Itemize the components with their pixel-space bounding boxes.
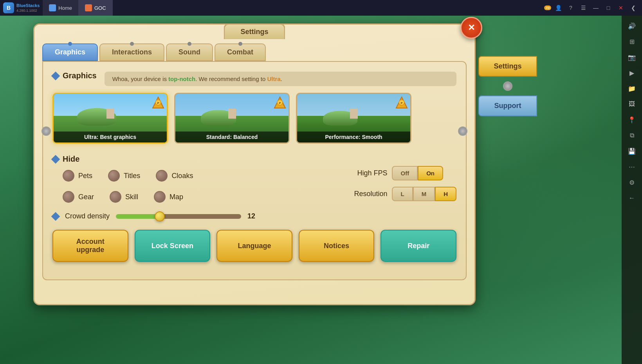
language-button[interactable]: Language bbox=[216, 230, 292, 262]
graphics-header-row: Graphics Whoa, your device is top-notch.… bbox=[52, 71, 456, 86]
gear-label: Gear bbox=[78, 193, 94, 201]
sidebar-back-icon[interactable]: ← bbox=[625, 191, 639, 205]
close-window-button[interactable]: ✕ bbox=[615, 2, 626, 13]
standard-card-label: Standard: Balanced bbox=[175, 132, 289, 142]
svg-text:P: P bbox=[279, 102, 281, 105]
hide-item-titles[interactable]: Titles bbox=[108, 170, 140, 182]
tab-combat[interactable]: Combat bbox=[215, 43, 266, 61]
hide-item-map[interactable]: Map bbox=[154, 191, 183, 203]
sidebar-save-icon[interactable]: 💾 bbox=[625, 144, 639, 158]
repair-button[interactable]: Repair bbox=[381, 230, 456, 262]
fps-control-row: High FPS Off On bbox=[352, 166, 456, 180]
performance-preview-badge: P bbox=[395, 96, 408, 110]
slider-thumb[interactable] bbox=[155, 211, 165, 222]
preview-badge-svg-performance: P bbox=[395, 96, 408, 109]
crowd-density-slider[interactable] bbox=[116, 213, 241, 220]
fps-label: High FPS bbox=[352, 169, 387, 177]
app-info: BlueStacks 4.280.1.1002 bbox=[16, 3, 40, 12]
sidebar-grid-icon[interactable]: ⊞ bbox=[625, 34, 639, 49]
notification-badge[interactable]: 49 bbox=[544, 5, 551, 10]
resolution-H-button[interactable]: H bbox=[435, 187, 456, 201]
hide-section-title: Hide bbox=[63, 155, 79, 164]
device-msg-mid: . We recommend setting to bbox=[195, 76, 267, 82]
pets-radio[interactable] bbox=[63, 170, 74, 182]
performance-card-label: Performance: Smooth bbox=[297, 132, 410, 142]
sidebar-folder-icon[interactable]: 📁 bbox=[625, 81, 639, 96]
hide-item-pets[interactable]: Pets bbox=[63, 170, 92, 182]
map-radio[interactable] bbox=[154, 191, 166, 203]
graphics-section-title: Graphics bbox=[63, 71, 97, 80]
account-button[interactable]: 👤 bbox=[553, 2, 564, 13]
cloaks-label: Cloaks bbox=[171, 172, 193, 180]
hide-item-gear[interactable]: Gear bbox=[63, 191, 94, 203]
tab-home[interactable]: Home bbox=[43, 0, 79, 16]
settings-panel: Settings Settings Support Graphics Inter… bbox=[33, 23, 476, 305]
graphics-section-header: Graphics bbox=[52, 71, 97, 80]
settings-title: Settings bbox=[224, 23, 285, 39]
tab-graphics[interactable]: Graphics bbox=[42, 43, 98, 61]
card-castle-performance bbox=[350, 109, 358, 119]
hide-item-skill[interactable]: Skill bbox=[110, 191, 138, 203]
tab-sound[interactable]: Sound bbox=[166, 43, 213, 61]
sidebar-settings-icon[interactable]: ⚙ bbox=[625, 175, 639, 189]
graphics-card-ultra[interactable]: P Ultra: Best graphics bbox=[52, 93, 168, 144]
device-quality: top-notch bbox=[168, 76, 195, 82]
account-upgrade-button[interactable]: Account upgrade bbox=[52, 230, 128, 262]
sidebar-image-icon[interactable]: 🖼 bbox=[625, 97, 639, 111]
right-sidebar: 🔊 ⊞ 📷 ▶ 📁 🖼 📍 ⧉ 💾 ⋯ ⚙ ← bbox=[622, 16, 642, 364]
device-msg-prefix: Whoa, your device is bbox=[112, 76, 168, 82]
titlebar: B BlueStacks 4.280.1.1002 Home GOC 49 👤 … bbox=[0, 0, 642, 16]
resolution-L-button[interactable]: L bbox=[392, 187, 413, 201]
sidebar-more-icon[interactable]: ⋯ bbox=[625, 160, 639, 174]
tab-dot-combat bbox=[238, 42, 242, 46]
lock-screen-button[interactable]: Lock Screen bbox=[135, 230, 211, 262]
tab-dot-interactions bbox=[130, 42, 134, 46]
device-recommend: Ultra bbox=[267, 76, 280, 82]
svg-text:P: P bbox=[401, 102, 403, 105]
preview-badge-svg-ultra: P bbox=[152, 96, 164, 109]
goc-tab-label: GOC bbox=[94, 5, 106, 11]
right-panel-buttons: Settings Support bbox=[478, 56, 537, 116]
back-button[interactable]: ❮ bbox=[628, 2, 639, 13]
app-name: BlueStacks bbox=[16, 3, 40, 8]
tab-goc[interactable]: GOC bbox=[79, 0, 113, 16]
menu-button[interactable]: ☰ bbox=[578, 2, 589, 13]
graphics-diamond-icon bbox=[51, 71, 60, 80]
minimize-button[interactable]: — bbox=[590, 2, 601, 13]
home-tab-label: Home bbox=[58, 5, 72, 11]
skill-label: Skill bbox=[125, 193, 138, 201]
maximize-button[interactable]: □ bbox=[603, 2, 614, 13]
gear-radio[interactable] bbox=[63, 191, 74, 203]
tab-interactions[interactable]: Interactions bbox=[99, 43, 164, 61]
graphics-card-performance[interactable]: P Performance: Smooth bbox=[296, 93, 411, 144]
sidebar-camera-icon[interactable]: 📷 bbox=[625, 50, 639, 64]
device-message: Whoa, your device is top-notch. We recom… bbox=[105, 72, 456, 86]
resolution-label: Resolution bbox=[352, 190, 387, 198]
ultra-preview-badge: P bbox=[152, 96, 164, 110]
slider-track bbox=[116, 214, 241, 219]
notices-button[interactable]: Notices bbox=[299, 230, 375, 262]
sidebar-play-icon[interactable]: ▶ bbox=[625, 66, 639, 80]
cloaks-radio[interactable] bbox=[156, 170, 168, 182]
fps-off-button[interactable]: Off bbox=[392, 166, 418, 180]
sidebar-volume-icon[interactable]: 🔊 bbox=[625, 19, 639, 33]
fps-on-button[interactable]: On bbox=[418, 166, 443, 180]
titles-radio[interactable] bbox=[108, 170, 120, 182]
panel-support-button[interactable]: Support bbox=[478, 96, 537, 116]
window-controls: 49 👤 ? ☰ — □ ✕ ❮ bbox=[544, 2, 642, 13]
resolution-control-row: Resolution L M H bbox=[352, 187, 456, 201]
settings-overlay: Settings Settings Support Graphics Inter… bbox=[25, 16, 622, 364]
app-version: 4.280.1.1002 bbox=[16, 9, 40, 13]
sidebar-copy-icon[interactable]: ⧉ bbox=[625, 128, 639, 142]
crowd-density-label: Crowd density bbox=[65, 212, 110, 220]
close-settings-button[interactable] bbox=[460, 17, 482, 39]
skill-radio[interactable] bbox=[110, 191, 121, 203]
hide-item-cloaks[interactable]: Cloaks bbox=[156, 170, 193, 182]
help-button[interactable]: ? bbox=[565, 2, 576, 13]
resolution-M-button[interactable]: M bbox=[413, 187, 435, 201]
graphics-card-standard[interactable]: P Standard: Balanced bbox=[174, 93, 290, 144]
sidebar-location-icon[interactable]: 📍 bbox=[625, 113, 639, 127]
home-tab-icon bbox=[49, 4, 56, 11]
resolution-btn-group: L M H bbox=[392, 187, 456, 201]
panel-settings-button[interactable]: Settings bbox=[478, 56, 537, 77]
